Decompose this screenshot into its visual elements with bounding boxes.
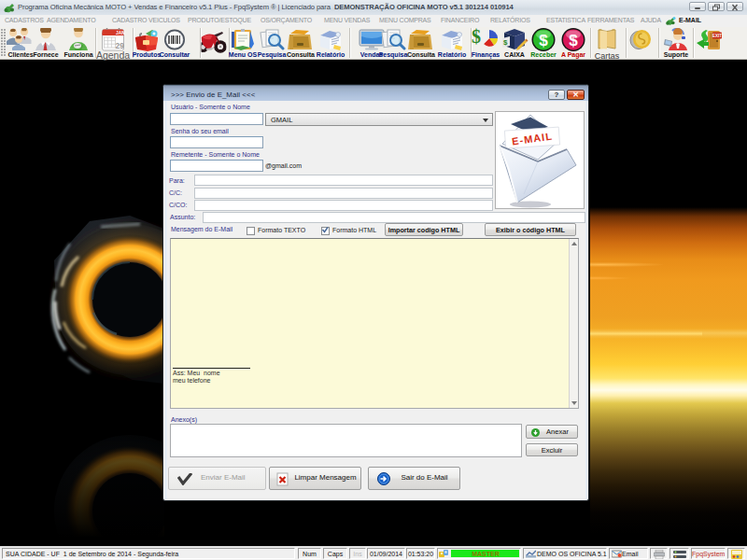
svg-text:$: $ xyxy=(503,38,508,47)
svg-text:$: $ xyxy=(472,27,481,47)
svg-text:JAN: JAN xyxy=(116,31,125,35)
svg-text:EXIT: EXIT xyxy=(712,34,722,38)
svg-text:$: $ xyxy=(539,32,548,49)
svg-text:$: $ xyxy=(569,32,578,49)
